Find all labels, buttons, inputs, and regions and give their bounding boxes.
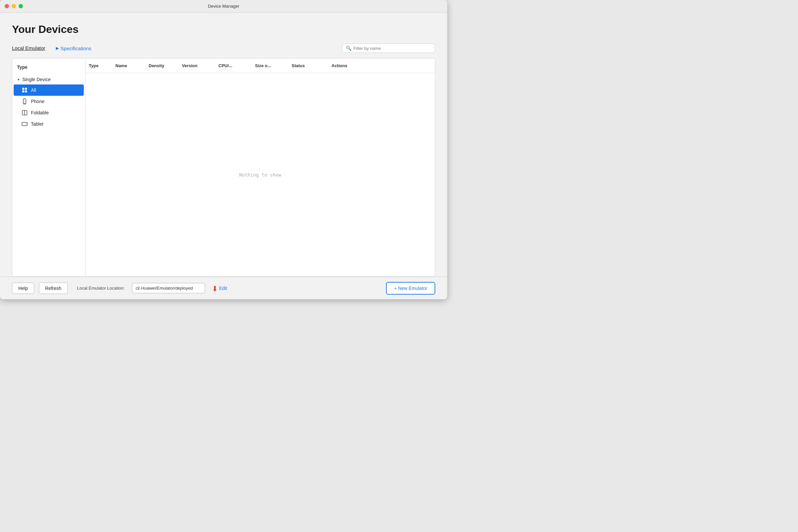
tab-row: Local Emulator ▶ Specifications 🔍	[12, 43, 435, 53]
tree-section: ▼ Single Device All	[12, 73, 85, 131]
chevron-down-icon: ▼	[17, 78, 20, 81]
svg-rect-1	[25, 88, 27, 90]
filter-input[interactable]	[354, 46, 432, 51]
new-emulator-button[interactable]: + New Emulator	[386, 282, 435, 294]
right-panel: Type Name Density Version CPU/... Size o…	[85, 58, 435, 277]
panel-header: Type	[12, 61, 85, 73]
svg-rect-2	[22, 91, 24, 92]
sidebar-item-phone[interactable]: Phone	[12, 96, 85, 107]
window-controls	[5, 4, 23, 8]
search-icon: 🔍	[346, 45, 352, 51]
phone-icon	[22, 98, 27, 104]
titlebar: Device Manager	[0, 0, 447, 13]
maximize-button[interactable]	[19, 4, 23, 8]
location-label: Local Emulator Location:	[77, 286, 125, 291]
content-row: Type ▼ Single Device	[12, 58, 435, 277]
specifications-link[interactable]: ▶ Specifications	[56, 45, 92, 51]
col-actions: Actions	[328, 58, 365, 73]
svg-rect-3	[25, 91, 27, 92]
tablet-icon	[22, 121, 27, 127]
col-cpu: CPU/...	[215, 58, 252, 73]
minimize-button[interactable]	[12, 4, 16, 8]
edit-link[interactable]: Edit	[219, 286, 227, 291]
sidebar-item-tablet-label: Tablet	[31, 121, 43, 127]
spec-arrow-icon: ▶	[56, 46, 59, 51]
sidebar-item-phone-label: Phone	[31, 99, 44, 104]
footer: Help Refresh Local Emulator Location: ⬇ …	[0, 277, 447, 299]
sidebar-item-all-label: All	[31, 88, 36, 93]
tab-local-emulator[interactable]: Local Emulator	[12, 45, 45, 52]
svg-rect-0	[22, 88, 24, 90]
all-icon	[22, 87, 27, 93]
foldable-icon	[22, 110, 27, 116]
svg-rect-8	[22, 122, 27, 126]
sidebar-item-all[interactable]: All	[14, 84, 84, 96]
table-body: Nothing to show	[86, 73, 435, 276]
sidebar-item-tablet[interactable]: Tablet	[12, 118, 85, 130]
col-density: Density	[145, 58, 178, 73]
help-button[interactable]: Help	[12, 283, 34, 294]
group-label: Single Device	[22, 77, 51, 82]
window-title: Device Manager	[208, 4, 240, 8]
sidebar-item-foldable-label: Foldable	[31, 110, 49, 115]
filter-wrapper: 🔍	[342, 43, 435, 53]
col-size: Size o...	[252, 58, 288, 73]
col-type: Type	[86, 58, 112, 73]
col-version: Version	[178, 58, 215, 73]
refresh-button[interactable]: Refresh	[39, 283, 68, 294]
left-panel: Type ▼ Single Device	[12, 58, 85, 277]
filter-box: 🔍	[342, 43, 435, 53]
location-path-input[interactable]	[132, 283, 205, 293]
empty-message: Nothing to show	[239, 172, 281, 177]
red-arrow-indicator: ⬇	[212, 285, 218, 293]
close-button[interactable]	[5, 4, 9, 8]
page-heading: Your Devices	[12, 23, 435, 36]
spec-label: Specifications	[60, 45, 92, 51]
tree-group-single-device[interactable]: ▼ Single Device	[12, 75, 85, 84]
sidebar-item-foldable[interactable]: Foldable	[12, 107, 85, 118]
col-status: Status	[288, 58, 328, 73]
app-body: Your Devices Local Emulator ▶ Specificat…	[0, 13, 447, 277]
col-name: Name	[112, 58, 145, 73]
table-header: Type Name Density Version CPU/... Size o…	[86, 58, 435, 73]
